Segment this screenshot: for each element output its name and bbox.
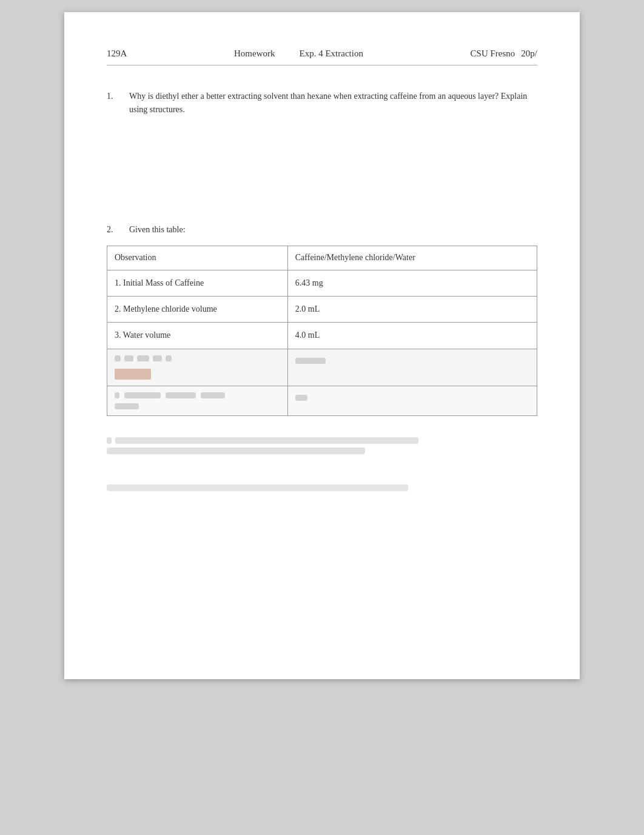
table-row-2: 2. Methylene chloride volume 2.0 mL (107, 296, 537, 322)
points: 20p/ (521, 49, 537, 59)
question-1: 1. Why is diethyl ether a better extract… (107, 90, 537, 202)
question-2-text: Given this table: (129, 223, 537, 236)
row4-obs-blurred (107, 349, 288, 386)
col1-header: Observation (107, 246, 288, 270)
table-row-3: 3. Water volume 4.0 mL (107, 323, 537, 349)
row5-val-blurred (287, 386, 537, 415)
question-2: 2. Given this table: Observation Caffein… (107, 223, 537, 416)
row5-blur-val (295, 392, 529, 401)
row3-obs-text: 3. Water volume (115, 330, 170, 340)
q4-blur-line (107, 485, 408, 491)
row4-blur-box (115, 369, 151, 380)
row3-obs: 3. Water volume (107, 323, 288, 349)
course-code: 129A (107, 49, 127, 59)
table-header-row: Observation Caffeine/Methylene chloride/… (107, 246, 537, 270)
q3-blur-lines (107, 437, 537, 454)
institution-name: CSU Fresno (471, 49, 515, 59)
row4-val-blurred (287, 349, 537, 386)
question-1-number: 1. (107, 90, 122, 117)
col2-header: Caffeine/Methylene chloride/Water (287, 246, 537, 270)
row1-obs-text: 1. Initial Mass of Caffeine (115, 278, 204, 287)
q3-blur-line-2 (107, 448, 365, 454)
row4-blur-obs (115, 355, 280, 380)
table-row-5-blurred (107, 386, 537, 415)
row2-val-text: 2.0 mL (295, 304, 320, 314)
row5-obs-blurred (107, 386, 288, 415)
data-table: Observation Caffeine/Methylene chloride/… (107, 246, 537, 416)
row5-blur-lines (115, 392, 280, 409)
row1-obs: 1. Initial Mass of Caffeine (107, 270, 288, 296)
document-page: 129A Homework Exp. 4 Extraction CSU Fres… (64, 12, 580, 679)
question-2-header: 2. Given this table: (107, 223, 537, 236)
row2-obs-text: 2. Methylene chloride volume (115, 304, 217, 314)
row3-val-text: 4.0 mL (295, 330, 320, 340)
page-header: 129A Homework Exp. 4 Extraction CSU Fres… (107, 49, 537, 65)
question-3-blurred (107, 437, 537, 454)
row3-val: 4.0 mL (287, 323, 537, 349)
question-1-header: 1. Why is diethyl ether a better extract… (107, 90, 537, 117)
row4-blur-val (295, 355, 529, 364)
question-1-answer-space (107, 123, 537, 202)
question-4-blurred (107, 485, 537, 491)
row2-val: 2.0 mL (287, 296, 537, 322)
page-content: 1. Why is diethyl ether a better extract… (107, 90, 537, 491)
table-row-4-blurred (107, 349, 537, 386)
row1-val: 6.43 mg (287, 270, 537, 296)
q3-blur-line-1 (107, 437, 537, 444)
row1-val-text: 6.43 mg (295, 278, 323, 287)
question-2-number: 2. (107, 223, 122, 236)
question-1-text: Why is diethyl ether a better extracting… (129, 90, 537, 117)
assignment-type: Homework (234, 49, 275, 59)
row2-obs: 2. Methylene chloride volume (107, 296, 288, 322)
header-right: CSU Fresno 20p/ (471, 49, 537, 59)
experiment-title: Exp. 4 Extraction (300, 49, 363, 59)
table-row-1: 1. Initial Mass of Caffeine 6.43 mg (107, 270, 537, 296)
header-center: Homework Exp. 4 Extraction (234, 49, 363, 59)
